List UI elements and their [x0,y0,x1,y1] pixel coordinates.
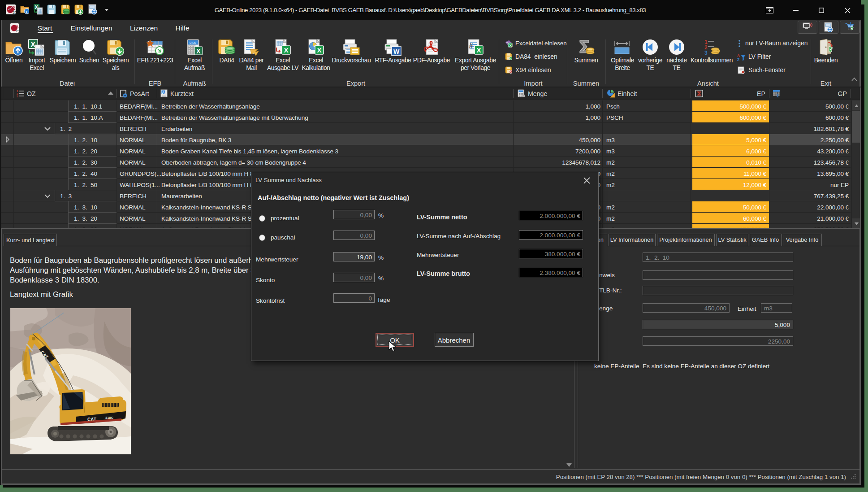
svg-text:A: A [162,91,165,95]
svg-text:Z: Z [737,57,739,61]
svg-text:W: W [393,48,400,55]
svg-text:3: 3 [17,95,18,98]
svg-text:X: X [196,48,201,55]
svg-text:Σ: Σ [777,93,779,98]
svg-text:X: X [510,44,512,48]
svg-text:X: X [317,46,322,54]
svg-text:23: 23 [16,29,19,33]
svg-text:0.00: 0.00 [190,41,196,45]
svg-text:23: 23 [13,10,16,14]
svg-text:X: X [477,46,481,54]
svg-text:3: 3 [704,50,708,56]
svg-text:#: # [469,42,473,50]
svg-text:X: X [284,46,289,54]
